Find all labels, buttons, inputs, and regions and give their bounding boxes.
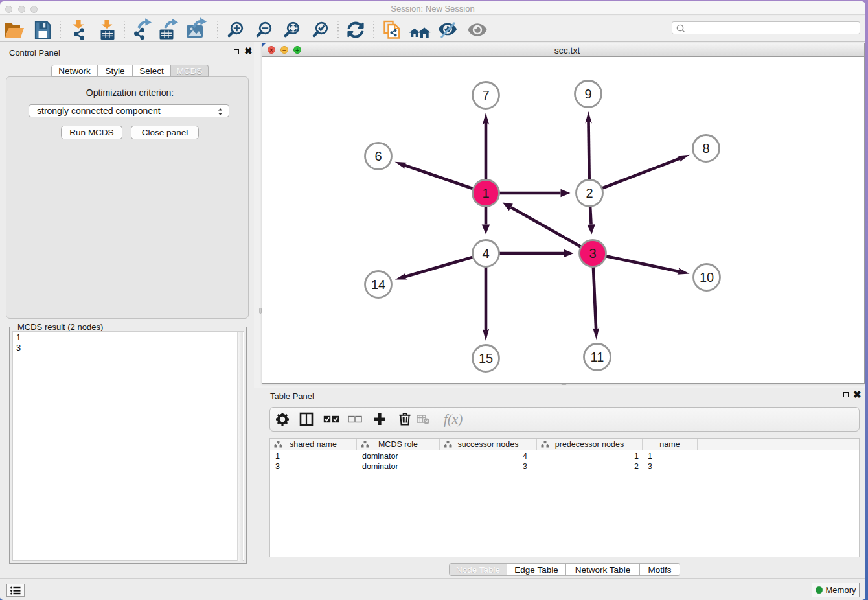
- svg-text:9: 9: [584, 87, 591, 101]
- svg-text:11: 11: [591, 350, 604, 364]
- svg-text:6: 6: [374, 149, 382, 163]
- svg-text:1: 1: [482, 186, 489, 200]
- svg-text:7: 7: [482, 88, 489, 102]
- svg-text:10: 10: [700, 270, 714, 284]
- svg-text:f(x): f(x): [444, 411, 463, 427]
- svg-text:3: 3: [589, 246, 596, 260]
- svg-text:2: 2: [586, 186, 593, 200]
- svg-text:15: 15: [479, 351, 493, 365]
- svg-text:8: 8: [702, 141, 709, 156]
- svg-text:4: 4: [482, 246, 489, 260]
- svg-text:14: 14: [371, 277, 385, 292]
